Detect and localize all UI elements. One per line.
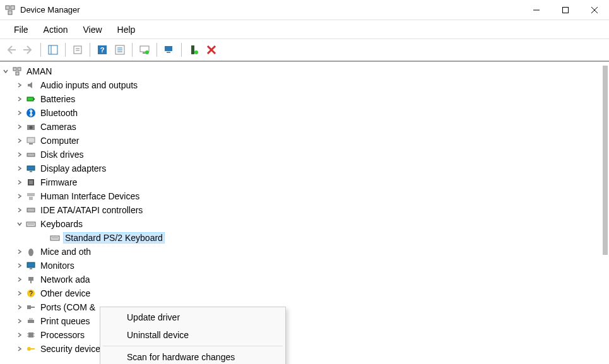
expander-icon[interactable] [15,109,24,117]
tree-item-label: Mice and oth [39,247,92,257]
minimize-button[interactable] [522,0,551,20]
device-tree[interactable]: AMAN Audio inputs and outputs Batteries … [0,62,609,358]
expander-icon[interactable] [15,206,24,214]
show-hide-tree-button[interactable] [45,42,61,58]
svg-rect-4 [563,7,569,13]
context-update-driver[interactable]: Update driver [100,308,285,326]
printer-icon [25,315,37,327]
svg-rect-28 [18,68,21,71]
svg-rect-44 [27,208,35,212]
tree-item-label: Security devices [39,344,106,354]
forward-button[interactable] [20,42,37,58]
scrollbar[interactable] [603,66,608,255]
tree-item-label: Firmware [39,177,78,187]
svg-point-49 [28,249,33,256]
audio-icon [25,79,37,91]
tree-item-ports[interactable]: Ports (COM & [0,300,609,314]
tree-item-hid[interactable]: Human Interface Devices [0,189,609,203]
expander-icon[interactable] [15,331,24,339]
cpu-icon [25,329,37,341]
tree-item-network[interactable]: Network ada [0,273,609,286]
context-uninstall-device[interactable]: Uninstall device [100,326,285,344]
svg-text:?: ? [100,46,105,54]
svg-rect-41 [29,180,33,184]
svg-rect-60 [28,332,33,338]
computer-icon [11,66,23,77]
expander-icon[interactable] [1,67,10,76]
tree-item-label: Disk drives [39,150,85,160]
svg-rect-51 [30,268,32,269]
tree-item-security[interactable]: Security devices [0,342,609,356]
properties-button[interactable] [69,42,86,58]
tree-item-label: Processors [39,330,86,340]
tree-item-audio[interactable]: Audio inputs and outputs [0,78,609,92]
tree-item-keyboards[interactable]: Keyboards [0,217,609,231]
tree-item-bluetooth[interactable]: Bluetooth [0,106,609,120]
expander-icon[interactable] [15,247,24,256]
help-button[interactable]: ? [94,42,110,58]
bluetooth-icon [25,107,37,119]
tree-item-label: Keyboards [39,219,84,229]
tree-item-print[interactable]: Print queues [0,314,609,328]
expander-icon[interactable] [15,136,24,145]
expander-icon[interactable] [15,261,24,270]
toolbar-separator [40,43,41,57]
menu-view[interactable]: View [75,22,109,37]
tree-item-disk[interactable]: Disk drives [0,148,609,161]
update-driver-button[interactable] [136,42,153,58]
tree-item-other[interactable]: ?Other device [0,286,609,300]
svg-rect-21 [165,46,172,51]
tree-item-batteries[interactable]: Batteries [0,92,609,106]
tree-item-computer[interactable]: Computer [0,134,609,148]
tree-item-processors[interactable]: Processors [0,328,609,342]
expander-icon[interactable] [15,192,24,201]
tree-item-selected[interactable]: Standard PS/2 Keyboard [0,231,609,245]
mouse-icon [25,246,37,257]
tree-item-monitors[interactable]: Monitors [0,259,609,273]
back-button[interactable] [3,42,19,58]
svg-rect-7 [49,45,57,54]
svg-rect-59 [29,318,33,320]
tree-item-label: Print queues [39,316,92,326]
menu-action[interactable]: Action [36,22,76,37]
expander-icon[interactable] [15,150,24,159]
expander-icon[interactable] [15,178,24,187]
expander-icon[interactable] [15,81,24,90]
tree-item-ide[interactable]: IDE ATA/ATAPI controllers [0,203,609,217]
context-scan-hardware[interactable]: Scan for hardware changes [100,348,285,364]
expander-icon[interactable] [15,95,24,103]
maximize-button[interactable] [551,0,580,20]
tree-item-mice[interactable]: Mice and oth [0,245,609,259]
expander-icon[interactable] [15,289,24,298]
svg-rect-42 [27,193,35,196]
expander-icon[interactable] [15,317,24,326]
scan-hardware-button[interactable] [161,42,177,58]
menu-file[interactable]: File [6,22,36,37]
svg-point-24 [194,50,198,54]
tree-item-label: Audio inputs and outputs [39,80,139,90]
tree-item-display[interactable]: Display adapters [0,161,609,175]
expander-icon[interactable] [15,164,24,173]
uninstall-device-button[interactable] [203,42,220,58]
svg-rect-1 [11,6,15,9]
monitor-icon [25,260,37,271]
display-icon [25,163,37,174]
tree-item-firmware[interactable]: Firmware [0,175,609,189]
menu-help[interactable]: Help [110,22,143,37]
tree-item-cameras[interactable]: Cameras [0,120,609,134]
expander-icon[interactable] [15,275,24,284]
expander-icon[interactable] [15,220,24,228]
enable-device-button[interactable] [186,42,202,58]
action-list-button[interactable] [112,42,128,58]
close-button[interactable] [580,0,609,20]
menu-bar: File Action View Help [0,20,609,39]
content-area: AMAN Audio inputs and outputs Batteries … [0,62,609,364]
expander-icon[interactable] [15,122,24,131]
svg-rect-2 [8,11,12,15]
tree-root[interactable]: AMAN [0,64,609,78]
tree-item-label: Ports (COM & [39,302,97,312]
hid-icon [25,191,37,202]
keyboard-icon [25,218,37,230]
expander-icon[interactable] [15,344,24,353]
expander-icon[interactable] [15,303,24,312]
